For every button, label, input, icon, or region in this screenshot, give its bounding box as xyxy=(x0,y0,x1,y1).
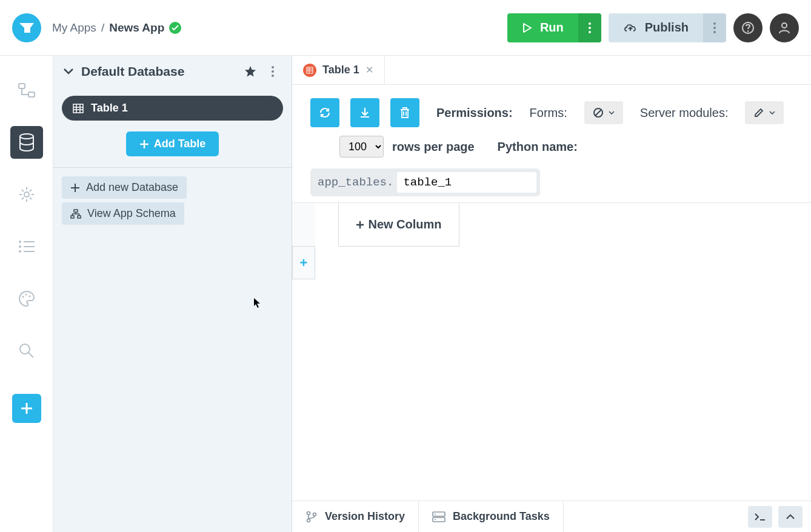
sidebar-more-button[interactable] xyxy=(264,66,282,77)
download-icon xyxy=(359,107,371,119)
table-tab-icon xyxy=(303,64,316,77)
svg-point-26 xyxy=(272,66,274,68)
python-name-input[interactable] xyxy=(397,172,536,193)
database-icon xyxy=(18,133,36,152)
svg-point-5 xyxy=(713,31,716,33)
svg-point-1 xyxy=(589,27,591,29)
anvil-icon xyxy=(18,22,35,34)
app-header: My Apps / News App Run Publish xyxy=(0,0,811,56)
background-tasks-tab[interactable]: Background Tasks xyxy=(419,501,564,532)
play-icon xyxy=(522,22,533,33)
tab-close-button[interactable]: ✕ xyxy=(365,64,373,76)
python-name-label: Python name: xyxy=(498,140,578,154)
anvil-logo[interactable] xyxy=(12,13,41,42)
view-schema-label: View App Schema xyxy=(87,207,176,220)
grid-corner xyxy=(292,203,315,247)
rail-settings[interactable] xyxy=(10,178,43,211)
download-button[interactable] xyxy=(350,98,379,127)
breadcrumb-current[interactable]: News App xyxy=(109,21,164,35)
server-permission-dropdown[interactable] xyxy=(745,101,784,124)
view-schema-button[interactable]: View App Schema xyxy=(62,202,184,225)
plus-icon xyxy=(356,221,364,229)
svg-point-21 xyxy=(28,296,30,298)
svg-point-15 xyxy=(19,245,21,248)
star-icon[interactable] xyxy=(244,65,256,78)
editor-tab[interactable]: Table 1 ✕ xyxy=(292,56,385,84)
nav-rail xyxy=(0,56,53,532)
add-row-button[interactable]: + xyxy=(292,247,315,279)
new-column-label: New Column xyxy=(368,218,441,231)
sidebar-panel: Default Database Table 1 Add Table Add n… xyxy=(53,56,292,532)
svg-point-22 xyxy=(20,344,30,354)
user-icon xyxy=(778,21,791,35)
rail-logs[interactable] xyxy=(10,230,43,263)
forms-permission-dropdown[interactable] xyxy=(584,101,623,124)
breadcrumb: My Apps / News App xyxy=(52,21,507,35)
tasks-icon xyxy=(432,511,446,522)
svg-point-50 xyxy=(307,519,310,522)
rail-theme[interactable] xyxy=(10,282,43,315)
account-button[interactable] xyxy=(770,13,799,42)
forms-label: Forms: xyxy=(530,106,567,120)
pencil-icon xyxy=(753,107,764,118)
rail-app-structure[interactable] xyxy=(10,74,43,107)
plus-icon xyxy=(19,401,34,416)
editor-area: Table 1 ✕ Permissions: Forms xyxy=(292,56,811,532)
svg-rect-38 xyxy=(74,210,78,212)
collapse-panel-button[interactable] xyxy=(778,506,803,528)
run-more-button[interactable] xyxy=(578,13,601,42)
breadcrumb-root[interactable]: My Apps xyxy=(52,21,96,35)
add-table-label: Add Table xyxy=(154,138,206,150)
svg-point-3 xyxy=(713,22,716,25)
plus-icon xyxy=(139,139,149,149)
trash-icon xyxy=(399,107,410,119)
help-button[interactable] xyxy=(733,13,763,42)
schema-icon xyxy=(70,209,81,219)
refresh-button[interactable] xyxy=(310,98,339,127)
dots-vertical-icon xyxy=(589,22,591,33)
background-tasks-label: Background Tasks xyxy=(453,510,550,523)
add-database-button[interactable]: Add new Database xyxy=(62,176,187,199)
rows-per-page-select[interactable]: 100 xyxy=(339,136,384,158)
rail-database[interactable] xyxy=(10,126,43,159)
table-item[interactable]: Table 1 xyxy=(62,96,283,121)
version-history-tab[interactable]: Version History xyxy=(292,501,419,532)
python-name-field: app_tables. xyxy=(310,168,540,196)
rail-add-button[interactable] xyxy=(12,394,41,423)
forbidden-icon xyxy=(593,107,604,118)
chevron-down-icon[interactable] xyxy=(63,68,74,75)
table-grid: New Column + xyxy=(292,202,811,532)
add-database-label: Add new Database xyxy=(86,181,178,194)
palette-icon xyxy=(18,290,36,308)
svg-point-8 xyxy=(782,23,787,28)
svg-rect-39 xyxy=(71,216,74,218)
svg-point-54 xyxy=(435,513,436,514)
cloud-upload-icon xyxy=(623,22,638,33)
add-table-button[interactable]: Add Table xyxy=(126,131,219,156)
caret-down-icon xyxy=(769,111,775,115)
table-toolbar: Permissions: Forms: Server modules: 100 xyxy=(292,85,811,202)
tree-icon xyxy=(18,81,36,99)
svg-rect-29 xyxy=(73,104,83,113)
check-icon xyxy=(172,25,179,31)
gear-icon xyxy=(18,185,36,204)
python-name-prefix: app_tables. xyxy=(318,176,397,189)
run-button[interactable]: Run xyxy=(507,13,578,42)
svg-point-51 xyxy=(313,513,316,516)
delete-button[interactable] xyxy=(390,98,419,127)
svg-point-19 xyxy=(22,296,24,298)
svg-point-17 xyxy=(19,250,21,253)
dots-vertical-icon xyxy=(272,66,274,77)
publish-button[interactable]: Publish xyxy=(609,13,703,42)
rail-search[interactable] xyxy=(10,334,43,367)
status-badge-ok xyxy=(169,22,181,34)
plus-icon xyxy=(70,183,80,193)
svg-line-46 xyxy=(595,110,601,116)
console-button[interactable] xyxy=(748,506,772,528)
new-column-button[interactable]: New Column xyxy=(338,203,459,247)
publish-more-button[interactable] xyxy=(703,13,726,42)
bottom-bar: Version History Background Tasks xyxy=(292,500,811,532)
svg-point-12 xyxy=(24,192,29,197)
server-modules-label: Server modules: xyxy=(640,106,729,120)
table-item-label: Table 1 xyxy=(91,102,128,115)
